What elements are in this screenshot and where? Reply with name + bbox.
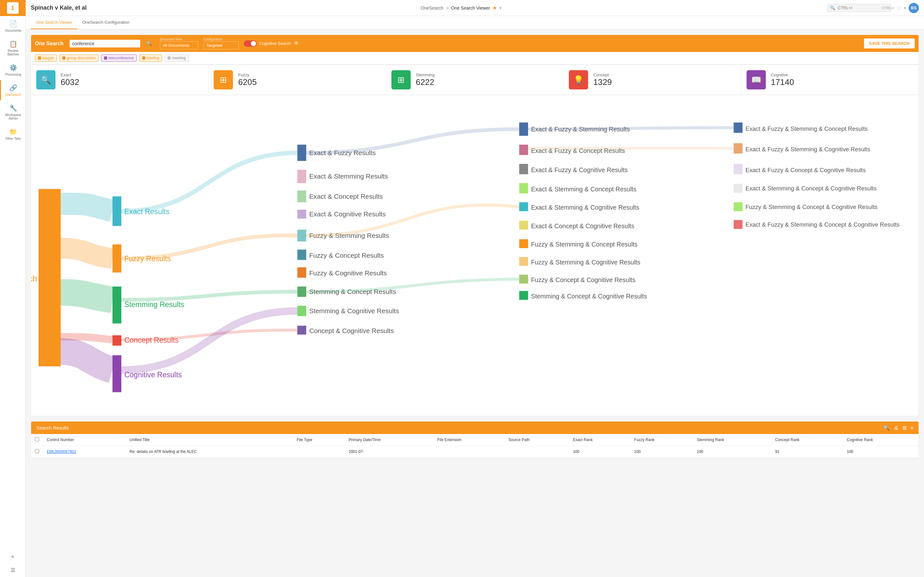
stat-concept[interactable]: 💡 Concept 1329 xyxy=(564,65,741,95)
sankey-fr1-label: Exact & Fuzzy & Stemming & Concept Resul… xyxy=(746,125,868,132)
toggle-knob xyxy=(251,41,256,46)
sankey-fr6-label: Exact & Fuzzy & Stemming & Concept & Cog… xyxy=(746,221,900,228)
row-date: 2001-07- xyxy=(345,446,433,458)
stat-fuzzy[interactable]: ⊞ Fuzzy 6205 xyxy=(208,65,386,95)
eye-icon[interactable]: 👁 xyxy=(294,40,299,47)
workspace-admin-icon: 🔧 xyxy=(9,104,17,112)
tab-onesearch-configuration[interactable]: OneSearch Configuration xyxy=(78,16,135,29)
sankey-stemming-concept-node xyxy=(297,287,306,297)
menu-button[interactable]: ☰ xyxy=(0,563,25,577)
processing-icon: ⚙️ xyxy=(9,64,17,71)
tag-dot-meeting xyxy=(168,56,171,60)
stat-stemming[interactable]: ⊞ Stemming 6222 xyxy=(386,65,564,95)
stat-info-stemming: Stemming 6222 xyxy=(416,73,435,87)
sankey-r9 xyxy=(519,275,528,284)
sankey-exact-stemming-node xyxy=(297,170,306,183)
stat-icon-fuzzy: ⊞ xyxy=(214,70,233,89)
sidebar-item-label: Other Tabs xyxy=(5,137,21,140)
flow-exact-to-middle xyxy=(121,153,297,211)
tag-label-meeting: meeting xyxy=(172,56,186,60)
collapse-button[interactable]: « xyxy=(0,550,25,563)
sankey-r5 xyxy=(519,202,528,211)
stat-label-fuzzy: Fuzzy xyxy=(238,73,257,77)
results-search-button[interactable]: 🔍 xyxy=(883,425,890,431)
doc-view-dropdown[interactable]: All Documents xyxy=(160,41,198,49)
sankey-concept-cognitive-node xyxy=(297,326,306,335)
sankey-stemming-cognitive-node xyxy=(297,306,306,316)
chevron-down-icon[interactable]: ▾ xyxy=(904,6,906,10)
stat-label-cognitive: Cognitive xyxy=(771,73,794,77)
sankey-r7-label: Fuzzy & Stemming & Concept Results xyxy=(531,241,638,248)
sankey-fr2 xyxy=(734,143,743,153)
tab-one-search-viewer[interactable]: One Search Viewer xyxy=(31,16,78,29)
stat-value-cognitive: 17140 xyxy=(771,77,794,87)
sankey-fr4 xyxy=(734,184,743,193)
stat-cognitive[interactable]: 📖 Cognitive 17140 xyxy=(741,65,919,95)
save-search-button[interactable]: SAVE THIS SEARCH xyxy=(864,39,915,48)
sidebar-item-label: Workspace Admin xyxy=(2,113,24,120)
sankey-r9-label: Fuzzy & Concept & Cognitive Results xyxy=(531,276,636,284)
row-cognitive-rank: 100 xyxy=(843,446,919,458)
sidebar: 1 📄 Documents 📋 Review Batches ⚙️ Proces… xyxy=(0,0,26,577)
results-print-button[interactable]: 🖨 xyxy=(893,425,899,431)
sankey-r10-label: Stemming & Concept & Cognitive Results xyxy=(531,293,647,300)
search-submit-button[interactable]: 🔍 xyxy=(144,39,155,48)
sankey-concept-node xyxy=(113,335,121,346)
global-search: 🔍 CTRL+/ xyxy=(827,4,891,12)
sidebar-item-other-tabs[interactable]: 📁 Other Tabs xyxy=(0,124,25,144)
tag-group-discussion[interactable]: group discussion xyxy=(59,55,99,61)
tag-briefing[interactable]: briefing xyxy=(139,55,162,61)
tag-league[interactable]: league xyxy=(35,55,57,61)
search-query-input[interactable] xyxy=(72,41,130,46)
tag-dot-league xyxy=(38,56,41,60)
doc-view-label: Document View xyxy=(160,37,198,41)
sankey-diagram: Search Exact Results Fuzzy Results Stemm… xyxy=(31,95,919,416)
config-label: Configuration xyxy=(204,37,239,41)
cognitive-switch[interactable] xyxy=(244,40,257,47)
breadcrumb-home[interactable]: OneSearch xyxy=(421,5,443,11)
results-grid-button[interactable]: ⊞ xyxy=(903,425,907,431)
sidebar-item-documents[interactable]: 📄 Documents xyxy=(0,16,25,36)
sankey-fuzzy-stemming-node xyxy=(297,229,306,242)
review-batches-icon: 📋 xyxy=(9,40,17,48)
row-fuzzy-rank: 100 xyxy=(630,446,693,458)
user-avatar[interactable]: BS xyxy=(909,3,919,13)
sidebar-item-workspace-admin[interactable]: 🔧 Workspace Admin xyxy=(0,100,25,124)
table-header-row: Control Number Unified Title File Type P… xyxy=(31,434,919,446)
sidebar-item-review-batches[interactable]: 📋 Review Batches xyxy=(0,36,25,60)
sidebar-item-label: Review Batches xyxy=(2,49,24,56)
configuration-select: Configuration Targeted xyxy=(204,37,239,49)
sidebar-item-label: Documents xyxy=(5,29,21,32)
cognitive-label: Cognitive Search xyxy=(259,41,291,46)
results-table: Control Number Unified Title File Type P… xyxy=(31,434,919,458)
config-dropdown[interactable]: Targeted xyxy=(204,41,239,49)
stat-value-stemming: 6222 xyxy=(416,77,435,87)
sankey-source-node xyxy=(39,189,61,366)
sankey-exact-cognitive-label: Exact & Cognitive Results xyxy=(309,210,386,218)
tag-teleconference[interactable]: teleconference xyxy=(101,55,137,61)
row-control-number[interactable]: EML0000067802 xyxy=(43,446,126,458)
sankey-fr4-label: Exact & Stemming & Concept & Cognitive R… xyxy=(746,185,877,192)
search-input-wrap xyxy=(69,40,140,47)
sidebar-item-label: OneSearch xyxy=(5,93,21,97)
row-stemming-rank: 100 xyxy=(693,446,771,458)
sankey-fr5 xyxy=(734,202,743,211)
header: Spinach v Kale, et al OneSearch > One Se… xyxy=(26,0,924,16)
chevron-down-icon[interactable]: ▾ xyxy=(499,6,501,10)
tag-meeting[interactable]: meeting xyxy=(165,55,189,61)
stat-icon-exact: 🔍 xyxy=(36,70,55,89)
favorites-button[interactable]: ☆ xyxy=(897,5,901,11)
results-filter-button[interactable]: ≡ xyxy=(911,425,913,431)
favorite-star-icon[interactable]: ★ xyxy=(493,5,497,11)
flow-stemming xyxy=(61,292,112,300)
select-all-checkbox[interactable] xyxy=(35,437,39,442)
flow-fuzzy xyxy=(61,248,112,258)
sidebar-item-processing[interactable]: ⚙️ Processing xyxy=(0,60,25,80)
row-checkbox[interactable] xyxy=(35,449,39,453)
sankey-r8-label: Fuzzy & Stemming & Cognitive Results xyxy=(531,259,640,266)
global-search-input[interactable] xyxy=(838,5,879,10)
breadcrumb: OneSearch > One Search Viewer ★ ▾ xyxy=(100,5,822,11)
sidebar-item-onesearch[interactable]: 🔗 OneSearch xyxy=(0,80,25,100)
stat-exact[interactable]: 🔍 Exact 6032 xyxy=(31,65,208,95)
stat-label-exact: Exact xyxy=(61,73,79,77)
